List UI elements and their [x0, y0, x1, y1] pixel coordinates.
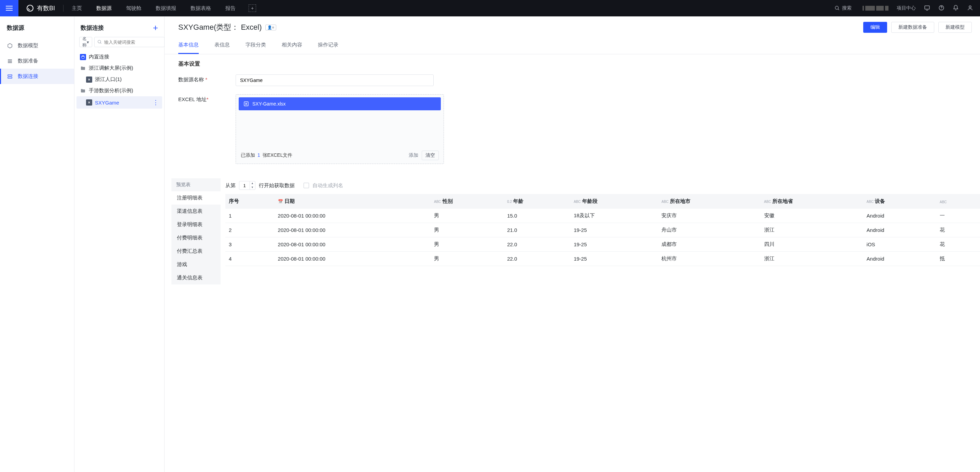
excel-file-icon	[243, 101, 249, 107]
nav-add-button[interactable]: +	[248, 5, 256, 12]
preview-list-title: 预览表	[172, 178, 221, 191]
tree-item-folder-mobile[interactable]: 手游数据分析(示例)	[76, 85, 162, 96]
sheet-item-5[interactable]: 游戏	[172, 258, 221, 271]
tab-table-info[interactable]: 表信息	[215, 38, 230, 54]
tabs: 基本信息 表信息 字段分类 相关内容 操作记录	[165, 38, 980, 54]
sheet-item-6[interactable]: 通关信息表	[172, 271, 221, 284]
filter-select[interactable]: 名称 ▾	[79, 37, 92, 47]
tree-item-zhejiang-pop[interactable]: 浙江人口(1)	[76, 74, 162, 85]
edit-button[interactable]: 编辑	[863, 22, 887, 33]
keyword-search-input[interactable]	[104, 40, 162, 45]
sheet-item-4[interactable]: 付费汇总表	[172, 244, 221, 258]
user-info-redacted	[862, 6, 888, 11]
tree-item-folder-zhejiang[interactable]: 浙江调解大屏(示例)	[76, 62, 162, 74]
table-cell: 浙江	[761, 252, 863, 266]
svg-rect-8	[8, 62, 12, 63]
nav-datafill[interactable]: 数据填报	[156, 5, 176, 12]
table-cell: 22.0	[504, 252, 570, 266]
tab-field-category[interactable]: 字段分类	[245, 38, 266, 54]
hamburger-icon	[6, 6, 13, 11]
table-cell: Android	[863, 223, 936, 238]
table-cell: 3	[225, 238, 275, 252]
excel-label: EXCEL 地址*	[178, 94, 235, 103]
datasource-name-input[interactable]	[235, 75, 434, 86]
project-center-link[interactable]: 项目中心	[897, 5, 916, 11]
table-cell: 成都市	[658, 238, 760, 252]
more-icon[interactable]: ⋮	[153, 99, 159, 106]
table-cell: 花	[936, 223, 980, 238]
db-icon	[80, 54, 86, 60]
table-cell: 安徽	[761, 209, 863, 223]
svg-point-4	[941, 9, 942, 10]
table-header: ABC性别	[431, 194, 504, 209]
tab-basic-info[interactable]: 基本信息	[178, 38, 199, 54]
from-label-1: 从第	[225, 182, 235, 189]
sidebar-item-dataprep[interactable]: 数据准备	[0, 53, 74, 69]
svg-rect-10	[8, 77, 12, 78]
add-file-button[interactable]: 添加	[409, 152, 418, 158]
sidebar2-header: 数据连接 +	[75, 16, 164, 37]
table-header: ABC年龄段	[570, 194, 658, 209]
table-cell: 舟山市	[658, 223, 760, 238]
connection-tree: 内置连接 浙江调解大屏(示例) 浙江人口(1) 手游数据分析(示例) SXYGa…	[75, 51, 164, 108]
add-connection-button[interactable]: +	[153, 23, 158, 32]
section-title: 基本设置	[178, 61, 966, 68]
search-input-wrap	[94, 37, 165, 47]
nav-datasource[interactable]: 数据源	[96, 5, 112, 12]
new-prep-button[interactable]: 新建数据准备	[891, 22, 934, 33]
step-up-icon[interactable]: ▲	[250, 181, 255, 185]
table-cell: 抵	[936, 252, 980, 266]
help-icon[interactable]	[938, 5, 945, 12]
svg-point-0	[27, 5, 33, 11]
step-down-icon[interactable]: ▼	[250, 185, 255, 190]
nav-report[interactable]: 报告	[225, 5, 235, 12]
preview-main: 从第 ▲▼ 行开始获取数据 自动生成列名 序号📅日期ABC性别0.2年龄ABC年…	[221, 178, 980, 284]
tab-related[interactable]: 相关内容	[282, 38, 302, 54]
file-chip[interactable]: SXY-Game.xlsx	[239, 97, 441, 110]
search-button[interactable]: 搜索	[835, 5, 852, 11]
bell-icon[interactable]	[953, 5, 959, 12]
autogen-checkbox[interactable]	[304, 183, 309, 188]
table-cell: 22.0	[504, 238, 570, 252]
tree-label: 浙江调解大屏(示例)	[89, 65, 133, 72]
hamburger-button[interactable]	[0, 0, 18, 16]
table-cell: 2020-08-01 00:00:00	[275, 209, 431, 223]
page-title: SXYGame(类型： Excel) 👤≡	[178, 22, 276, 32]
search-label: 搜索	[842, 5, 852, 11]
filter-label: 名称	[82, 36, 87, 48]
tab-log[interactable]: 操作记录	[318, 38, 338, 54]
sheet-item-0[interactable]: 注册明细表	[172, 191, 221, 204]
svg-rect-9	[8, 75, 12, 76]
sheet-item-3[interactable]: 付费明细表	[172, 231, 221, 244]
tree-item-builtin[interactable]: 内置连接	[76, 51, 162, 62]
added-count-text: 已添加 1 张EXCEL文件	[241, 152, 293, 158]
clear-files-button[interactable]: 清空	[422, 151, 439, 160]
start-row-field[interactable]	[239, 183, 250, 188]
tree-label: SXYGame	[95, 100, 119, 105]
screen-icon[interactable]	[924, 5, 930, 12]
nav-items: 主页 数据源 驾驶舱 数据填报 数据表格 报告	[72, 5, 235, 12]
sheet-item-2[interactable]: 登录明细表	[172, 218, 221, 231]
sheet-item-1[interactable]: 渠道信息表	[172, 204, 221, 218]
user-icon[interactable]	[967, 5, 973, 12]
table-row: 12020-08-01 00:00:00男15.018及以下安庆市安徽Andro…	[225, 209, 980, 223]
folder-icon	[80, 88, 86, 94]
table-cell: 2020-08-01 00:00:00	[275, 238, 431, 252]
tree-item-sxygame[interactable]: SXYGame ⋮	[76, 96, 162, 108]
nav-home[interactable]: 主页	[72, 5, 82, 12]
sidebar-item-dataconn[interactable]: 数据连接	[0, 69, 74, 84]
preview-sheet-list: 预览表 注册明细表 渠道信息表 登录明细表 付费明细表 付费汇总表 游戏 通关信…	[172, 178, 221, 284]
table-cell: 男	[431, 252, 504, 266]
sidebar-item-datamodel[interactable]: 数据模型	[0, 38, 74, 53]
start-row-input[interactable]: ▲▼	[239, 181, 255, 190]
nav-datatable[interactable]: 数据表格	[191, 5, 211, 12]
excel-footer: 已添加 1 张EXCEL文件 添加 清空	[239, 147, 441, 161]
svg-rect-6	[8, 59, 12, 60]
tree-label: 内置连接	[89, 54, 109, 60]
basic-settings-section: 基本设置 数据源名称 * EXCEL 地址* SXY-Game.xlsx 已添加	[165, 54, 980, 178]
excel-dropzone[interactable]	[239, 110, 441, 147]
search-icon	[97, 40, 102, 45]
excel-drop-box: SXY-Game.xlsx 已添加 1 张EXCEL文件 添加 清空	[235, 94, 444, 164]
new-model-button[interactable]: 新建模型	[938, 22, 972, 33]
nav-cockpit[interactable]: 驾驶舱	[126, 5, 142, 12]
